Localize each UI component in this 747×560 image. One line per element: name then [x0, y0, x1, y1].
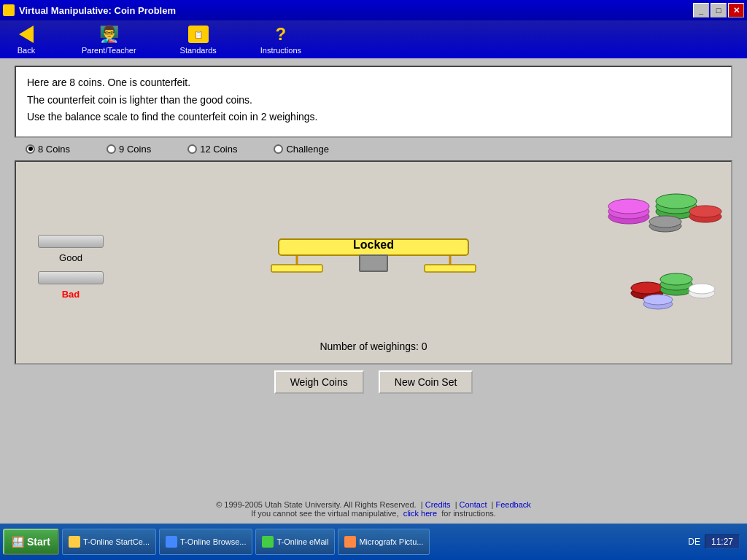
window-title: Virtual Manipulative: Coin Problem	[19, 5, 693, 16]
coin-options: 8 Coins 9 Coins 12 Coins Challenge	[26, 144, 732, 155]
balance-scale-svg	[257, 206, 490, 308]
good-tray	[38, 235, 104, 248]
system-clock: 11:27	[705, 534, 740, 549]
taskbar-app-label-1: T-Online StartCe...	[83, 537, 150, 546]
click-here-link[interactable]: click here	[403, 509, 437, 518]
button-row: Weigh Coins New Coin Set	[15, 370, 732, 394]
taskbar-app-icon-4	[344, 536, 356, 548]
credits-link[interactable]: Credits	[425, 500, 451, 509]
instruction-line2: The counterfeit coin is lighter than the…	[27, 93, 720, 108]
bad-tray	[38, 271, 104, 284]
instructions-label: Instructions	[260, 46, 301, 55]
taskbar: 🪟 Start T-Online StartCe... T-Online Bro…	[0, 524, 747, 560]
feedback-link[interactable]: Feedback	[496, 500, 531, 509]
back-button[interactable]: Back	[15, 24, 38, 55]
taskbar-app-4[interactable]: Micrografx Pictu...	[338, 529, 430, 555]
svg-point-20	[660, 273, 692, 285]
svg-rect-5	[360, 255, 387, 271]
good-label-area: Good	[38, 235, 104, 264]
taskbar-app-icon-2	[166, 536, 177, 548]
scale-area: Good Bad Locked Number of weighings: 0	[15, 160, 732, 365]
weighings-text: Number of weighings: 0	[320, 341, 427, 352]
locale-indicator: DE	[688, 537, 700, 547]
svg-point-24	[643, 295, 673, 305]
new-coin-set-button[interactable]: New Coin Set	[379, 370, 473, 394]
start-label: Start	[27, 536, 50, 548]
locked-text: Locked	[353, 238, 394, 252]
taskbar-app-icon-3	[262, 536, 274, 548]
taskbar-app-label-4: Micrografx Pictu...	[359, 537, 423, 546]
taskbar-right: DE 11:27	[688, 534, 744, 549]
contact-link[interactable]: Contact	[460, 500, 487, 509]
footer-line1: © 1999-2005 Utah State University. All R…	[0, 500, 747, 509]
option-8coins[interactable]: 8 Coins	[26, 144, 70, 155]
back-label: Back	[18, 46, 35, 55]
option-12coins[interactable]: 12 Coins	[187, 144, 237, 155]
copyright-text: © 1999-2005 Utah State University. All R…	[216, 500, 416, 509]
main-content: Here are 8 coins. One is counterfeit. Th…	[0, 58, 747, 524]
svg-point-22	[689, 284, 715, 294]
parent-teacher-label: Parent/Teacher	[82, 46, 136, 55]
taskbar-app-3[interactable]: T-Online eMail	[255, 529, 335, 555]
instruction-line3: Use the balance scale to find the counte…	[27, 110, 720, 125]
title-bar: Virtual Manipulative: Coin Problem _ □ ✕	[0, 0, 747, 20]
instructions-icon: ?	[269, 24, 293, 44]
toolbar: Back 👨‍🏫 Parent/Teacher 📋 Standards ? In…	[0, 20, 747, 58]
footer: © 1999-2005 Utah State University. All R…	[0, 494, 747, 524]
option-challenge[interactable]: Challenge	[274, 144, 329, 155]
taskbar-app-label-2: T-Online Browse...	[180, 537, 246, 546]
radio-9coins[interactable]	[107, 144, 116, 154]
svg-point-15	[649, 216, 681, 228]
maximize-button[interactable]: □	[711, 3, 727, 18]
option-12coins-label: 12 Coins	[200, 144, 237, 155]
start-icon: 🪟	[12, 536, 24, 548]
mid-coin-stacks	[629, 257, 716, 322]
bad-label-text: Bad	[62, 289, 80, 300]
close-button[interactable]: ✕	[728, 3, 744, 18]
top-coin-stacks	[607, 184, 724, 257]
window-controls: _ □ ✕	[693, 3, 744, 18]
footer-instructions-text: If you cannot see the virtual manipulati…	[251, 509, 398, 518]
back-icon	[15, 24, 38, 44]
minimize-button[interactable]: _	[693, 3, 709, 18]
taskbar-app-label-3: T-Online eMail	[276, 537, 328, 546]
option-9coins[interactable]: 9 Coins	[107, 144, 151, 155]
radio-challenge[interactable]	[274, 144, 283, 154]
bad-label-area: Bad	[38, 271, 104, 300]
instructions-button[interactable]: ? Instructions	[260, 24, 301, 55]
standards-icon: 📋	[187, 24, 210, 44]
instruction-panel: Here are 8 coins. One is counterfeit. Th…	[15, 66, 732, 138]
taskbar-app-icon-1	[69, 536, 80, 548]
taskbar-app-2[interactable]: T-Online Browse...	[159, 529, 252, 555]
svg-point-17	[631, 282, 663, 294]
standards-button[interactable]: 📋 Standards	[180, 24, 217, 55]
weigh-coins-button[interactable]: Weigh Coins	[274, 370, 364, 394]
title-icon	[3, 4, 15, 16]
option-9coins-label: 9 Coins	[119, 144, 151, 155]
option-challenge-label: Challenge	[286, 144, 329, 155]
svg-point-11	[656, 194, 697, 209]
standards-label: Standards	[180, 46, 217, 55]
parent-teacher-button[interactable]: 👨‍🏫 Parent/Teacher	[82, 24, 136, 55]
start-button[interactable]: 🪟 Start	[3, 529, 59, 555]
footer-instructions-suffix: for instructions.	[441, 509, 496, 518]
option-8coins-label: 8 Coins	[38, 144, 70, 155]
svg-point-13	[689, 206, 721, 217]
radio-12coins[interactable]	[187, 144, 197, 154]
footer-line2: If you cannot see the virtual manipulati…	[0, 509, 747, 518]
instruction-line1: Here are 8 coins. One is counterfeit.	[27, 76, 720, 90]
svg-point-8	[608, 199, 649, 214]
svg-rect-2	[271, 265, 322, 272]
radio-8coins[interactable]	[26, 144, 35, 154]
parent-teacher-icon: 👨‍🏫	[97, 24, 120, 44]
taskbar-app-1[interactable]: T-Online StartCe...	[62, 529, 156, 555]
good-label-text: Good	[59, 252, 82, 263]
svg-rect-3	[425, 265, 476, 272]
